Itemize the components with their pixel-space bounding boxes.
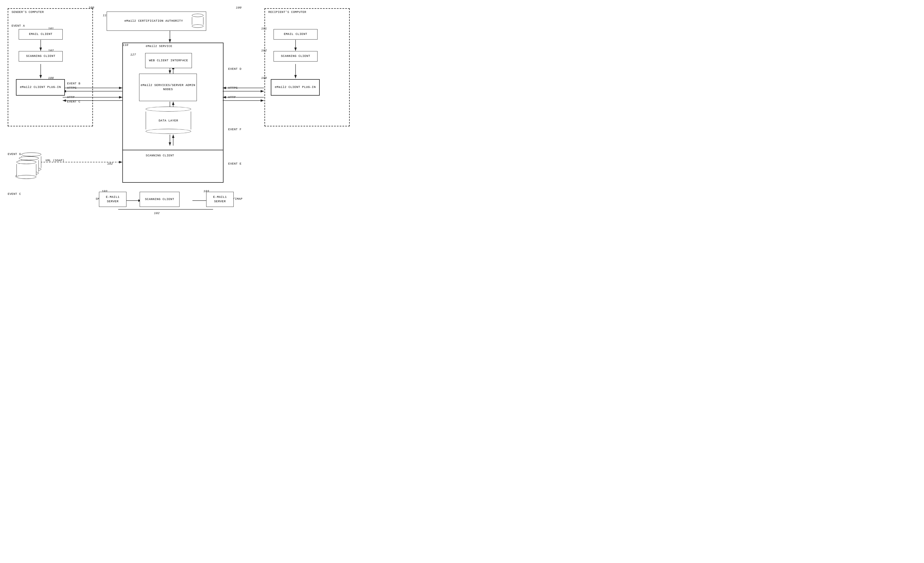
email-client-right-label: EMAIL CLIENT [284, 32, 307, 36]
web-client-box: WEB CLIENT INTERFACE [145, 53, 192, 68]
plugin-left-label: eMail2 CLIENT PLUG-IN [20, 85, 61, 89]
cert-authority-box: eMail2 CERTIFICATION AUTHORITY [106, 12, 206, 31]
event-f-label: EVENT F [228, 128, 242, 131]
email1-server-right-label: E-MAIL1 SERVER [208, 195, 232, 204]
http-right-label: HTTP [228, 96, 236, 99]
scanning-client-left-box: SCANNING CLIENT [19, 51, 63, 61]
plugin-left-box: eMail2 CLIENT PLUG-IN [16, 79, 65, 96]
db-stack-icon [16, 153, 41, 184]
event-c-bottom-label: EVENT C [8, 192, 21, 196]
web-client-label: WEB CLIENT INTERFACE [149, 58, 188, 63]
scanning-client-bottom-box: SCANNING CLIENT [140, 192, 180, 207]
event-d-label: EVENT D [228, 67, 242, 70]
data-layer-cylinder: DATA LAYER [146, 106, 191, 134]
services-label: eMail2 SERVICES/SERVER ADMIN NODES [141, 83, 195, 92]
scanning-client-bottom2-label: SCANNING CLIENT [145, 197, 174, 201]
email2-service-label: eMail2 SERVICE [146, 45, 172, 48]
email1-server-left-label: E-MAIL1 SERVER [100, 195, 125, 204]
service-divider [122, 150, 224, 150]
email-client-right-box: EMAIL CLIENT [273, 29, 318, 40]
cert-cylinder-icon [192, 14, 204, 28]
email-client-left-box: EMAIL CLIENT [19, 29, 63, 40]
plugin-right-label: eMail2 CLIENT PLUG-IN [274, 85, 316, 89]
ref-102-mid: 102 [107, 162, 113, 165]
ref-100-right: 100 [236, 6, 242, 9]
diagram: 100 100 101 102 108 110 112 113 120 127 … [0, 0, 385, 235]
event-e-label: EVENT E [228, 162, 242, 165]
email-client-left-label: EMAIL CLIENT [29, 32, 52, 36]
scanning-client-right-box: SCANNING CLIENT [273, 51, 318, 61]
scanning-client-bottom-label: SCANNING CLIENT [146, 154, 174, 157]
email1-server-left-box: E-MAIL1 SERVER [99, 192, 126, 207]
event-a-label: EVENT A [12, 24, 25, 27]
email1-server-right-box: E-MAIL1 SERVER [206, 192, 234, 207]
services-box: eMail2 SERVICES/SERVER ADMIN NODES [139, 73, 197, 101]
event-b-label: EVENT B [67, 82, 80, 85]
plugin-right-box: eMail2 CLIENT PLUG-IN [271, 79, 320, 96]
senders-computer-label: SENDER'S COMPUTER [12, 10, 44, 14]
recipients-computer-label: RECIPIENT'S COMPUTER [268, 10, 306, 14]
ref-102-bottom: 102 [154, 211, 160, 215]
recipients-computer-container [264, 8, 350, 126]
xml-soap-label: XML (SOAP) [45, 159, 64, 162]
scanning-client-right-label: SCANNING CLIENT [281, 54, 310, 58]
event-c-left-label: EVENT C [67, 100, 80, 103]
cert-authority-label: eMail2 CERTIFICATION AUTHORITY [124, 19, 183, 23]
http-left-label: HTTP [67, 96, 75, 99]
https-left-label: HTTPS [67, 86, 77, 90]
scanning-client-left-label: SCANNING CLIENT [26, 54, 56, 58]
https-right-label: HTTPS [228, 86, 238, 90]
